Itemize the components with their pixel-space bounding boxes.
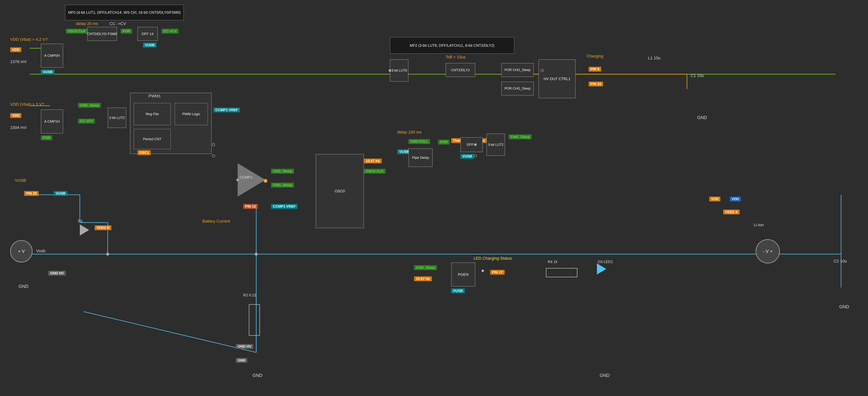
svg-point-21 (474, 155, 476, 157)
svg-point-25 (482, 269, 484, 272)
pin17-badge: PIN 17 (490, 270, 505, 275)
reg-file-block: Reg File (134, 103, 171, 125)
pipe-delay-block: Pipe Delay (408, 148, 433, 167)
gnd-top-right: GND (697, 115, 707, 120)
delay-20ms-label: delay 20 ms (76, 21, 98, 26)
por-badge-top: POR (121, 29, 132, 34)
svg-point-24 (212, 155, 215, 157)
gnd-bottom-left: GND (19, 284, 28, 289)
vdd2a-badge: VDD2 A (723, 209, 740, 214)
freq-badge-1: 10.67 Hz (364, 159, 382, 163)
por-chg-sleep1-block: POR CHG_Sleep (501, 63, 534, 77)
vusb-badge-dff3: VUSB (461, 154, 474, 159)
vusb-text: Vusb (36, 249, 45, 253)
pin12-badge: PIN 12 (243, 204, 258, 209)
gnd-bottom-right: GND (839, 304, 849, 309)
charging-label: Charging (587, 54, 603, 59)
vdd-badge-2: VDD (10, 113, 21, 118)
gnd-hv-badge-r2: GND HV (236, 344, 253, 349)
ccmp1-label: CCMP1 (240, 175, 252, 179)
dff14-block: DFF 14 (137, 27, 158, 41)
vusb-badge-dff14: VUSB (143, 43, 157, 47)
mf0-block: MF0 (4-bit LUT1, DFF/LATCH14, WS Ctrl, 1… (65, 5, 184, 21)
battery-current-label: Battery Current (203, 219, 230, 224)
r2-symbol (249, 304, 260, 336)
pin9-badge: PIN 9 (589, 67, 601, 72)
freq-badge-pgen: 10.67 Hz (414, 276, 432, 281)
vusb-source-symbol: + V (10, 240, 32, 262)
li-ion-label: Li-ion (754, 223, 764, 227)
vdd-badge-1: VDD (10, 47, 21, 52)
vdd-blue-badge: VDD (730, 197, 741, 201)
vusb-badge-cmp0h: VUSB (41, 70, 54, 74)
dff3-block: DFF 3 (461, 137, 483, 152)
c1-label: C1 10u (691, 73, 704, 78)
vdd-vbat-label: VDD (Vbat) > 4.2 V? (10, 37, 48, 42)
gnd-badge-r2: GND (236, 358, 247, 363)
delay-100ms-label: delay 100 ms (397, 130, 422, 135)
vusb-badge-pgen: VUSB (451, 289, 465, 293)
vdd-vbat2-label: VDD (Vbat) > 3 V? (10, 102, 44, 107)
d1-diode-symbol (80, 224, 89, 236)
vdd2b-badge: VDD2 B (95, 225, 112, 230)
cc-cv-top-label: CC ->CV (110, 21, 126, 26)
chg-sleep-badge-4: CHG_Sleep (509, 134, 532, 139)
por-badge-cmp1h: POR (41, 135, 52, 140)
hv-out-ctrl1-block: HV OUT CTRL1 (538, 59, 576, 98)
ccmp1-vref-badge-1: CCMP1 VREF (214, 107, 240, 112)
vusb-source-label: VUSB (15, 178, 26, 183)
ccmp1-dot (264, 179, 267, 183)
svg-line-13 (84, 311, 256, 353)
r4-label: R4 1k (548, 260, 557, 264)
chg-sleep-badge-1: CHG_Sleep (78, 103, 101, 108)
r4-symbol (546, 268, 578, 277)
cc-cv-badge-2: CC->CV (78, 119, 95, 124)
osc1-badge: OSC1 (137, 150, 151, 155)
svg-point-17 (255, 253, 258, 256)
gnd-led-area: GND (600, 373, 610, 378)
svg-point-16 (106, 253, 109, 256)
lut8-3bit-block: 3-bit LUT8 (390, 59, 408, 81)
mf2-block: MF2 (3-bit LUT8, DFF/LATCH11, 8-bit CNT2… (390, 37, 514, 54)
c2-label: C2 10u (834, 259, 847, 264)
osc0-clk-badge-2: OSC0 CLK (364, 169, 385, 174)
toff-label: Toff = 10us (445, 55, 466, 60)
gnd-hv-badge-left: GND HV (48, 271, 66, 276)
chg-sleep-badge-2: CHG_Sleep (271, 169, 294, 174)
chg-full-badge: CHG FULL (408, 139, 430, 144)
led-charging-status-label: LED Charging Status (473, 256, 512, 261)
osc0-clk-badge: OSC0 CLK (66, 29, 88, 34)
svg-point-23 (212, 143, 215, 146)
cnt2-dly2-block: CNT2/DLY2 (445, 63, 475, 77)
mv1376-label: 1376 mV (10, 59, 27, 64)
battery-symbol: - V + (756, 239, 780, 263)
pin20-badge: PIN 20 (24, 191, 39, 196)
mv1504-label: 1504 mV (10, 125, 27, 130)
osc0-block: OSC0 (316, 154, 364, 228)
por-chg-sleep2-block: POR CHG_Sleep (501, 81, 534, 96)
l1-label: L1 10u (648, 56, 660, 61)
ccmp1-vref-badge-2: CCMP1 VREF (271, 204, 298, 209)
cnt0-dly0-fsm0-block: CNT0/DLY0/ FSM0 (87, 27, 117, 41)
cc-cv-badge: CC->CV (161, 29, 179, 34)
cmp0h-block: A CMP0H (41, 43, 63, 68)
schematic-canvas: MF0 (4-bit LUT1, DFF/LATCH14, WS Ctrl, 1… (0, 0, 868, 396)
ccmp1-comparator (238, 163, 266, 197)
period-cnt-block: Period CNT (134, 129, 171, 149)
pwm1-label: PWM1 (149, 94, 161, 98)
lut2-2bit-block: 2-bit LUT2 (108, 107, 126, 128)
d1-label: D1 (78, 219, 83, 223)
por-badge-dff3: POR (438, 140, 450, 144)
chg-sleep-badge-pgen: CHG_Sleep (414, 265, 437, 270)
cmp1h-block: A CMP1H (41, 109, 63, 134)
pgen-block: PGEN (451, 262, 475, 287)
vusb-badge-pin20: VUSB (54, 191, 67, 196)
chg-sleep-badge-3: CHG_Sleep (271, 183, 294, 188)
pin10-badge: PIN 10 (589, 81, 603, 87)
vdd-badge-right: VDD (709, 197, 720, 201)
lut2-3bit-block: 3-bit LUT2 (487, 134, 505, 156)
gnd-bottom-center: GND (252, 373, 262, 378)
pwm-logic-block: PWM Logic (175, 103, 208, 125)
r2-label: R2 0.22 (243, 293, 256, 297)
d3-label: D3 LED1 (598, 260, 613, 264)
